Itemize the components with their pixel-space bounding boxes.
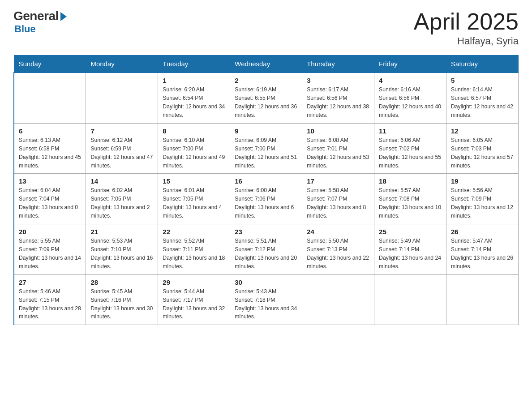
day-info: Sunrise: 5:50 AMSunset: 7:13 PMDaylight:… xyxy=(307,237,369,271)
day-info: Sunrise: 6:14 AMSunset: 6:57 PMDaylight:… xyxy=(451,86,514,120)
calendar-day-18: 18Sunrise: 5:57 AMSunset: 7:08 PMDayligh… xyxy=(374,174,446,224)
day-number: 17 xyxy=(307,177,369,185)
calendar-day-1: 1Sunrise: 6:20 AMSunset: 6:54 PMDaylight… xyxy=(158,73,230,123)
day-number: 15 xyxy=(163,177,225,185)
calendar-day-13: 13Sunrise: 6:04 AMSunset: 7:04 PMDayligh… xyxy=(14,174,86,224)
calendar-day-4: 4Sunrise: 6:16 AMSunset: 6:56 PMDaylight… xyxy=(374,73,446,123)
day-number: 14 xyxy=(90,177,153,185)
calendar-empty-cell xyxy=(446,274,519,325)
weekday-header-saturday: Saturday xyxy=(446,56,519,73)
day-number: 12 xyxy=(451,127,514,135)
day-info: Sunrise: 5:45 AMSunset: 7:16 PMDaylight:… xyxy=(90,287,153,321)
day-number: 30 xyxy=(235,278,297,286)
calendar-day-19: 19Sunrise: 5:56 AMSunset: 7:09 PMDayligh… xyxy=(446,174,519,224)
day-info: Sunrise: 6:20 AMSunset: 6:54 PMDaylight:… xyxy=(163,86,225,120)
calendar-day-22: 22Sunrise: 5:52 AMSunset: 7:11 PMDayligh… xyxy=(158,224,230,275)
calendar-day-28: 28Sunrise: 5:45 AMSunset: 7:16 PMDayligh… xyxy=(86,274,158,325)
calendar-empty-cell xyxy=(302,274,374,325)
day-number: 11 xyxy=(379,127,442,135)
day-info: Sunrise: 5:47 AMSunset: 7:14 PMDaylight:… xyxy=(451,237,514,271)
calendar-day-5: 5Sunrise: 6:14 AMSunset: 6:57 PMDaylight… xyxy=(446,73,519,123)
calendar-day-21: 21Sunrise: 5:53 AMSunset: 7:10 PMDayligh… xyxy=(86,224,158,275)
day-info: Sunrise: 6:06 AMSunset: 7:02 PMDaylight:… xyxy=(379,136,442,170)
day-number: 23 xyxy=(235,228,297,235)
calendar-day-26: 26Sunrise: 5:47 AMSunset: 7:14 PMDayligh… xyxy=(446,224,519,275)
day-info: Sunrise: 6:13 AMSunset: 6:58 PMDaylight:… xyxy=(19,136,81,170)
day-number: 7 xyxy=(90,127,153,135)
calendar-week-row: 6Sunrise: 6:13 AMSunset: 6:58 PMDaylight… xyxy=(14,123,519,174)
calendar-day-10: 10Sunrise: 6:08 AMSunset: 7:01 PMDayligh… xyxy=(302,123,374,174)
day-number: 27 xyxy=(19,278,81,286)
calendar-empty-cell xyxy=(14,73,86,123)
day-info: Sunrise: 6:12 AMSunset: 6:59 PMDaylight:… xyxy=(90,136,153,170)
weekday-header-wednesday: Wednesday xyxy=(230,56,302,73)
calendar-day-9: 9Sunrise: 6:09 AMSunset: 7:00 PMDaylight… xyxy=(230,123,302,174)
day-info: Sunrise: 5:58 AMSunset: 7:07 PMDaylight:… xyxy=(307,186,369,220)
calendar-table: SundayMondayTuesdayWednesdayThursdayFrid… xyxy=(13,55,519,325)
day-number: 2 xyxy=(235,77,297,84)
day-info: Sunrise: 5:44 AMSunset: 7:17 PMDaylight:… xyxy=(163,287,225,321)
day-info: Sunrise: 6:09 AMSunset: 7:00 PMDaylight:… xyxy=(235,136,297,170)
day-info: Sunrise: 6:02 AMSunset: 7:05 PMDaylight:… xyxy=(90,186,153,220)
weekday-header-thursday: Thursday xyxy=(302,56,374,73)
day-number: 13 xyxy=(19,177,81,185)
calendar-day-17: 17Sunrise: 5:58 AMSunset: 7:07 PMDayligh… xyxy=(302,174,374,224)
calendar-day-15: 15Sunrise: 6:01 AMSunset: 7:05 PMDayligh… xyxy=(158,174,230,224)
logo-blue-text: Blue xyxy=(14,23,36,35)
day-number: 26 xyxy=(451,228,514,235)
calendar-day-8: 8Sunrise: 6:10 AMSunset: 7:00 PMDaylight… xyxy=(158,123,230,174)
calendar-day-23: 23Sunrise: 5:51 AMSunset: 7:12 PMDayligh… xyxy=(230,224,302,275)
weekday-header-sunday: Sunday xyxy=(14,56,86,73)
calendar-day-29: 29Sunrise: 5:44 AMSunset: 7:17 PMDayligh… xyxy=(158,274,230,325)
logo-arrow-icon xyxy=(60,12,67,21)
month-title: April 2025 xyxy=(414,9,519,34)
day-info: Sunrise: 6:16 AMSunset: 6:56 PMDaylight:… xyxy=(379,86,442,120)
day-number: 6 xyxy=(19,127,81,135)
day-info: Sunrise: 6:17 AMSunset: 6:56 PMDaylight:… xyxy=(307,86,369,120)
day-info: Sunrise: 5:52 AMSunset: 7:11 PMDaylight:… xyxy=(163,237,225,271)
day-info: Sunrise: 5:55 AMSunset: 7:09 PMDaylight:… xyxy=(19,237,81,271)
calendar-day-7: 7Sunrise: 6:12 AMSunset: 6:59 PMDaylight… xyxy=(86,123,158,174)
day-number: 28 xyxy=(90,278,153,286)
calendar-week-row: 27Sunrise: 5:46 AMSunset: 7:15 PMDayligh… xyxy=(14,274,519,325)
day-number: 10 xyxy=(307,127,369,135)
calendar-day-12: 12Sunrise: 6:05 AMSunset: 7:03 PMDayligh… xyxy=(446,123,519,174)
calendar-empty-cell xyxy=(374,274,446,325)
calendar-week-row: 20Sunrise: 5:55 AMSunset: 7:09 PMDayligh… xyxy=(14,224,519,275)
day-number: 25 xyxy=(379,228,442,235)
day-info: Sunrise: 5:51 AMSunset: 7:12 PMDaylight:… xyxy=(235,237,297,271)
weekday-header-monday: Monday xyxy=(86,56,158,73)
day-info: Sunrise: 5:43 AMSunset: 7:18 PMDaylight:… xyxy=(235,287,297,321)
day-info: Sunrise: 5:56 AMSunset: 7:09 PMDaylight:… xyxy=(451,186,514,220)
calendar-day-3: 3Sunrise: 6:17 AMSunset: 6:56 PMDaylight… xyxy=(302,73,374,123)
calendar-day-20: 20Sunrise: 5:55 AMSunset: 7:09 PMDayligh… xyxy=(14,224,86,275)
day-info: Sunrise: 6:01 AMSunset: 7:05 PMDaylight:… xyxy=(163,186,225,220)
weekday-header-tuesday: Tuesday xyxy=(158,56,230,73)
day-info: Sunrise: 6:08 AMSunset: 7:01 PMDaylight:… xyxy=(307,136,369,170)
day-number: 9 xyxy=(235,127,297,135)
calendar-day-14: 14Sunrise: 6:02 AMSunset: 7:05 PMDayligh… xyxy=(86,174,158,224)
calendar-empty-cell xyxy=(86,73,158,123)
calendar-day-27: 27Sunrise: 5:46 AMSunset: 7:15 PMDayligh… xyxy=(14,274,86,325)
calendar-day-16: 16Sunrise: 6:00 AMSunset: 7:06 PMDayligh… xyxy=(230,174,302,224)
day-number: 24 xyxy=(307,228,369,235)
day-number: 1 xyxy=(163,77,225,84)
day-number: 19 xyxy=(451,177,514,185)
calendar-day-6: 6Sunrise: 6:13 AMSunset: 6:58 PMDaylight… xyxy=(14,123,86,174)
location-label: Halfaya, Syria xyxy=(414,35,519,47)
day-info: Sunrise: 5:57 AMSunset: 7:08 PMDaylight:… xyxy=(379,186,442,220)
calendar-week-row: 1Sunrise: 6:20 AMSunset: 6:54 PMDaylight… xyxy=(14,73,519,123)
day-number: 5 xyxy=(451,77,514,84)
day-info: Sunrise: 6:19 AMSunset: 6:55 PMDaylight:… xyxy=(235,86,297,120)
calendar-day-11: 11Sunrise: 6:06 AMSunset: 7:02 PMDayligh… xyxy=(374,123,446,174)
day-number: 29 xyxy=(163,278,225,286)
calendar-day-25: 25Sunrise: 5:49 AMSunset: 7:14 PMDayligh… xyxy=(374,224,446,275)
day-number: 16 xyxy=(235,177,297,185)
calendar-day-2: 2Sunrise: 6:19 AMSunset: 6:55 PMDaylight… xyxy=(230,73,302,123)
day-number: 3 xyxy=(307,77,369,84)
day-info: Sunrise: 5:49 AMSunset: 7:14 PMDaylight:… xyxy=(379,237,442,271)
day-number: 8 xyxy=(163,127,225,135)
calendar-week-row: 13Sunrise: 6:04 AMSunset: 7:04 PMDayligh… xyxy=(14,174,519,224)
page-header: General Blue April 2025 Halfaya, Syria xyxy=(13,9,519,47)
calendar-header-row: SundayMondayTuesdayWednesdayThursdayFrid… xyxy=(14,56,519,73)
